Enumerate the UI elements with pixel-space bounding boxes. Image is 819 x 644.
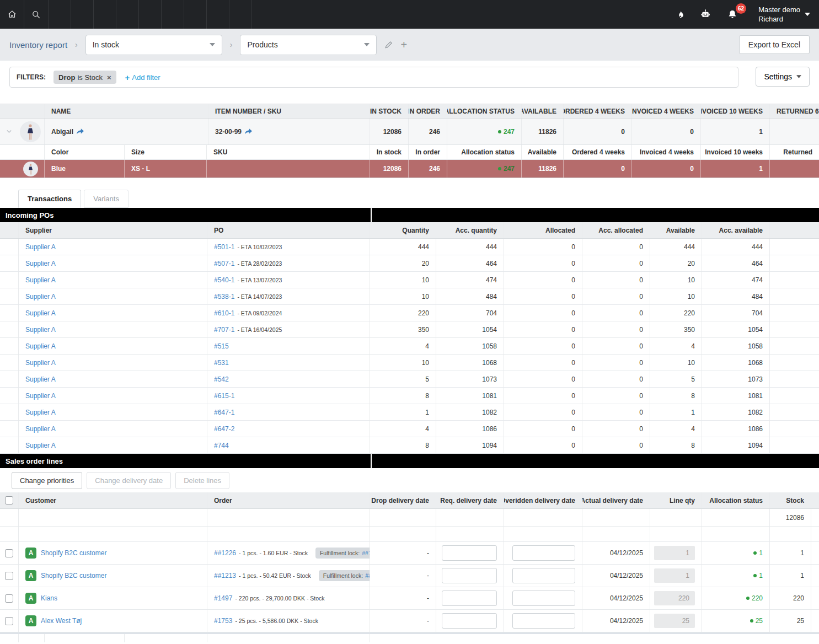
supplier-link[interactable]: Supplier A xyxy=(25,342,56,350)
supplier-link[interactable]: Supplier A xyxy=(25,326,56,334)
expand-row-button[interactable] xyxy=(0,119,18,144)
col-line-qty: Line qty xyxy=(650,492,702,508)
po-link[interactable]: #542 xyxy=(214,375,229,383)
po-link[interactable]: #744 xyxy=(214,442,229,449)
order-link[interactable]: ##1226 xyxy=(214,549,236,557)
po-link[interactable]: #515 xyxy=(214,342,229,350)
order-link[interactable]: #1753 xyxy=(214,617,232,625)
lock-link[interactable]: ##1226-1 xyxy=(362,550,370,556)
req-delivery-date-input[interactable] xyxy=(442,613,497,629)
po-link[interactable]: #531 xyxy=(214,359,229,367)
nav-item[interactable] xyxy=(162,0,184,29)
nav-item[interactable] xyxy=(94,0,116,29)
breadcrumb-title-link[interactable]: Inventory report xyxy=(9,40,67,50)
nav-item[interactable] xyxy=(229,0,252,29)
overridden-delivery-date-input[interactable] xyxy=(512,545,575,561)
whats-new-button[interactable] xyxy=(669,0,693,29)
req-delivery-date-input[interactable] xyxy=(442,545,497,561)
home-button[interactable] xyxy=(0,0,24,29)
col-available: Available xyxy=(650,222,702,238)
nav-item[interactable] xyxy=(116,0,139,29)
po-link[interactable]: #707-1 xyxy=(214,326,234,334)
change-delivery-date-button[interactable]: Change delivery date xyxy=(87,472,171,489)
po-link[interactable]: #501-1 xyxy=(214,243,234,251)
nav-item[interactable] xyxy=(139,0,162,29)
nav-item[interactable] xyxy=(207,0,229,29)
tab-transactions[interactable]: Transactions xyxy=(18,190,81,208)
sales-order-lines-title: Sales order lines xyxy=(6,457,63,465)
customer-link[interactable]: Kians xyxy=(41,594,57,602)
sales-order-row: A Kians #1497 - 220 pcs. - 29,700.00 DKK… xyxy=(0,587,819,610)
supplier-link[interactable]: Supplier A xyxy=(25,425,56,433)
supplier-link[interactable]: Supplier A xyxy=(25,260,56,267)
po-eta: - ETA 09/02/2024 xyxy=(237,310,282,316)
select-all-checkbox[interactable] xyxy=(5,496,13,505)
supplier-link[interactable]: Supplier A xyxy=(25,442,56,449)
change-priorities-button[interactable]: Change priorities xyxy=(12,472,82,489)
chevron-down-icon xyxy=(210,43,215,46)
order-link[interactable]: ##1213 xyxy=(214,572,236,579)
delete-lines-button[interactable]: Delete lines xyxy=(175,472,229,489)
po-link[interactable]: #507-1 xyxy=(214,260,234,267)
req-delivery-date-input[interactable] xyxy=(442,591,497,606)
assistant-button[interactable] xyxy=(693,0,718,29)
supplier-link[interactable]: Supplier A xyxy=(25,375,56,383)
po-quantity: 10 xyxy=(370,288,436,304)
scope-select[interactable]: Products xyxy=(240,35,377,55)
overridden-delivery-date-input[interactable] xyxy=(512,613,575,629)
overridden-delivery-date-input[interactable] xyxy=(512,591,575,606)
supplier-link[interactable]: Supplier A xyxy=(25,276,56,284)
req-delivery-date-input[interactable] xyxy=(442,568,497,583)
view-select[interactable]: In stock xyxy=(85,35,222,55)
search-button[interactable] xyxy=(24,0,49,29)
edit-report-button[interactable] xyxy=(384,41,393,49)
product-name-link[interactable]: Abigail xyxy=(51,128,73,136)
customer-link[interactable]: Shopify B2C customer xyxy=(41,549,106,557)
open-item-icon[interactable] xyxy=(245,128,252,135)
po-acc-allocated: 0 xyxy=(582,272,650,288)
add-report-button[interactable]: + xyxy=(400,39,407,50)
supplier-link[interactable]: Supplier A xyxy=(25,309,56,317)
supplier-link[interactable]: Supplier A xyxy=(25,409,56,416)
filter-chip[interactable]: Drop is Stock × xyxy=(53,71,116,84)
po-link[interactable]: #538-1 xyxy=(214,293,234,300)
breadcrumb-separator-icon: › xyxy=(230,40,233,49)
row-checkbox[interactable] xyxy=(5,617,13,625)
nav-item[interactable] xyxy=(49,0,71,29)
customer-link[interactable]: Shopify B2C customer xyxy=(41,572,106,579)
account-menu[interactable]: Master demo Richard xyxy=(747,0,819,29)
variant-row-selected[interactable]: Blue XS - L 12086 246 247 11826 0 0 1 xyxy=(0,160,819,178)
open-product-icon[interactable] xyxy=(77,128,84,135)
remove-filter-icon[interactable]: × xyxy=(107,73,111,82)
po-link[interactable]: #615-1 xyxy=(214,392,234,400)
incoming-po-row: Supplier A #610-1 - ETA 09/02/2024 220 7… xyxy=(0,305,819,321)
po-link[interactable]: #540-1 xyxy=(214,276,234,284)
tab-variants[interactable]: Variants xyxy=(84,190,129,208)
order-link[interactable]: #1497 xyxy=(214,594,232,602)
add-filter-button[interactable]: + Add filter xyxy=(125,73,160,82)
po-link[interactable]: #610-1 xyxy=(214,309,234,317)
po-quantity: 350 xyxy=(370,321,436,337)
supplier-link[interactable]: Supplier A xyxy=(25,392,56,400)
supplier-link[interactable]: Supplier A xyxy=(25,243,56,251)
row-checkbox[interactable] xyxy=(5,549,13,557)
supplier-link[interactable]: Supplier A xyxy=(25,293,56,300)
po-quantity: 1 xyxy=(370,404,436,420)
row-checkbox[interactable] xyxy=(5,594,13,603)
row-checkbox[interactable] xyxy=(5,572,13,580)
export-to-excel-button[interactable]: Export to Excel xyxy=(739,35,810,54)
supplier-link[interactable]: Supplier A xyxy=(25,359,56,367)
product-row: Abigail 32-00-99 12086 246 247 11826 0 0… xyxy=(0,119,819,145)
nav-item[interactable] xyxy=(184,0,207,29)
po-acc-allocated: 0 xyxy=(582,371,650,387)
lock-link[interactable]: ##1213-2 xyxy=(365,572,370,579)
customer-link[interactable]: Alex West Tøj xyxy=(41,617,82,625)
po-link[interactable]: #647-1 xyxy=(214,409,234,416)
notifications-button[interactable]: 62 xyxy=(718,0,747,29)
settings-button[interactable]: Settings xyxy=(756,67,810,87)
overridden-delivery-date-input[interactable] xyxy=(512,568,575,583)
po-link[interactable]: #647-2 xyxy=(214,425,234,433)
product-image[interactable] xyxy=(20,121,41,142)
nav-item[interactable] xyxy=(71,0,94,29)
po-acc-quantity: 464 xyxy=(436,255,504,271)
